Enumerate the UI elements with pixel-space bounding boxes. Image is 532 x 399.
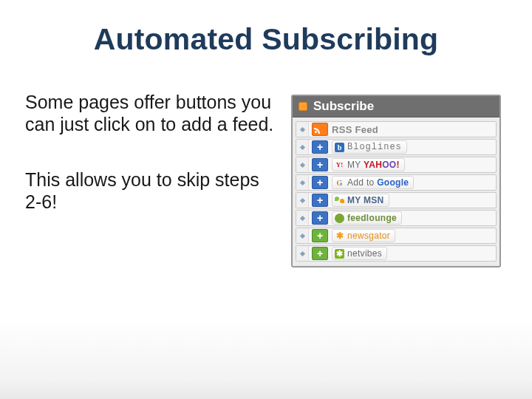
newsgator-label: newsgator	[347, 231, 390, 241]
slide-title: Automated Subscribing	[0, 22, 532, 57]
subscribe-widget-title: Subscribe	[313, 99, 374, 114]
yahoo-label: MY YAHOO!	[347, 160, 400, 170]
drag-handle-icon[interactable]	[296, 175, 309, 190]
drag-handle-icon[interactable]	[296, 140, 309, 154]
subscribe-row-bloglines[interactable]: + Bloglines	[296, 139, 497, 155]
subscribe-widget: Subscribe RSS Feed + Bloglines +	[291, 95, 501, 267]
subscribe-row-netvibes[interactable]: + netvibes	[296, 245, 497, 262]
rss-feed-label: RSS Feed	[332, 124, 378, 135]
bloglines-label: Bloglines	[347, 142, 402, 152]
add-icon: +	[312, 229, 328, 242]
drag-handle-icon[interactable]	[296, 246, 309, 261]
add-icon: +	[312, 247, 328, 260]
drag-handle-icon[interactable]	[296, 228, 309, 243]
slide: Automated Subscribing Some pages offer b…	[0, 0, 532, 399]
yahoo-icon	[335, 160, 344, 170]
rss-feed-chip: RSS Feed	[332, 123, 383, 136]
msn-label: MY MSN	[347, 195, 384, 205]
subscribe-widget-header: Subscribe	[293, 96, 499, 117]
subscribe-list: RSS Feed + Bloglines + MY YAHOO!	[293, 117, 499, 266]
subscribe-row-rss[interactable]: RSS Feed	[296, 121, 497, 137]
add-icon: +	[312, 176, 328, 189]
add-icon: +	[312, 140, 328, 154]
drag-handle-icon[interactable]	[296, 193, 309, 208]
msn-chip: MY MSN	[332, 194, 389, 207]
feedlounge-chip: feedlounge	[332, 211, 402, 225]
newsgator-icon	[335, 231, 344, 241]
google-icon	[335, 178, 344, 188]
subscribe-row-newsgator[interactable]: + newsgator	[296, 228, 497, 244]
google-chip: Add to Google	[332, 176, 414, 189]
slide-body: Some pages offer buttons you can just cl…	[25, 92, 276, 247]
drag-handle-icon[interactable]	[296, 157, 309, 172]
bloglines-chip: Bloglines	[332, 140, 407, 154]
body-paragraph-1: Some pages offer buttons you can just cl…	[25, 92, 276, 135]
subscribe-row-google[interactable]: + Add to Google	[296, 174, 497, 191]
subscribe-row-feedlounge[interactable]: + feedlounge	[296, 210, 497, 226]
body-paragraph-2: This allows you to skip steps 2-6!	[25, 169, 276, 213]
netvibes-label: netvibes	[347, 248, 382, 259]
rss-icon	[299, 102, 307, 111]
msn-icon	[335, 196, 344, 205]
netvibes-chip: netvibes	[332, 247, 387, 260]
subscribe-row-yahoo[interactable]: + MY YAHOO!	[296, 157, 497, 173]
netvibes-icon	[335, 249, 344, 259]
add-icon: +	[312, 211, 328, 225]
newsgator-chip: newsgator	[332, 229, 395, 242]
yahoo-chip: MY YAHOO!	[332, 158, 405, 171]
add-icon: +	[312, 158, 328, 171]
bloglines-icon	[335, 143, 344, 152]
google-label: Add to Google	[347, 177, 409, 188]
rss-icon	[312, 123, 328, 136]
drag-handle-icon[interactable]	[296, 122, 309, 137]
subscribe-row-msn[interactable]: + MY MSN	[296, 192, 497, 208]
drag-handle-icon[interactable]	[296, 211, 309, 225]
add-icon: +	[312, 194, 328, 207]
feedlounge-label: feedlounge	[347, 213, 397, 223]
feedlounge-icon	[335, 214, 344, 223]
